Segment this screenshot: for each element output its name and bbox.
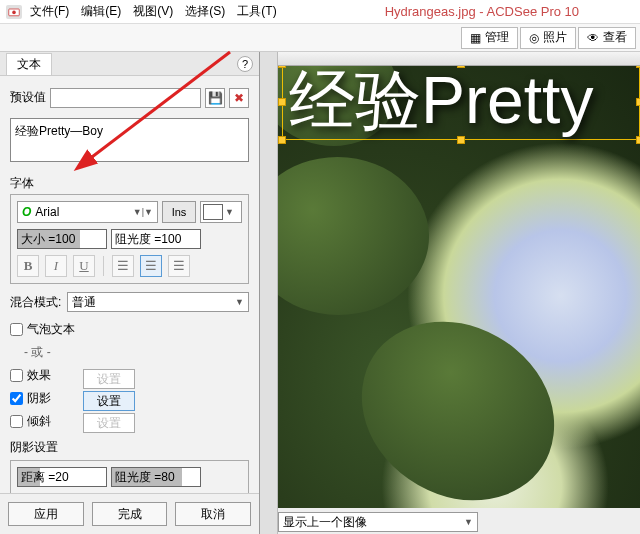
shadow-settings-button[interactable]: 设置 <box>83 391 135 411</box>
view-button[interactable]: 👁 查看 <box>578 27 636 49</box>
blend-mode-label: 混合模式: <box>10 294 61 311</box>
eye-icon: 👁 <box>587 31 599 45</box>
font-name-value: Arial <box>35 205 59 219</box>
svg-point-1 <box>12 10 16 14</box>
align-left-button[interactable]: ☰ <box>112 255 134 277</box>
resize-handle[interactable] <box>636 136 640 144</box>
canvas-tool-strip[interactable] <box>260 52 278 534</box>
resize-handle[interactable] <box>278 66 286 68</box>
preview-mode-dropdown[interactable]: 显示上一个图像 ▼ <box>278 512 478 532</box>
resize-handle[interactable] <box>636 66 640 68</box>
help-button[interactable]: ? <box>237 56 253 72</box>
effect-settings-button: 设置 <box>83 369 135 389</box>
chevron-down-icon: ▼ <box>235 297 244 307</box>
insert-button[interactable]: Ins <box>162 201 196 223</box>
shadow-fieldset: 距离 = 20 阻光度 = 80 模糊 = 12 <box>10 460 249 493</box>
preset-dropdown[interactable] <box>50 88 201 108</box>
photo-icon: ◎ <box>529 31 539 45</box>
shadow-section-label: 阴影设置 <box>10 439 249 456</box>
shadow-opacity-slider[interactable]: 阻光度 = 80 <box>111 467 201 487</box>
window-title: Hydrangeas.jpg - ACDSee Pro 10 <box>385 4 579 19</box>
font-preview-icon: O <box>22 205 31 219</box>
menu-tools[interactable]: 工具(T) <box>233 1 280 22</box>
resize-handle[interactable] <box>636 98 640 106</box>
title-bar: 文件(F) 编辑(E) 视图(V) 选择(S) 工具(T) Hydrangeas… <box>0 0 640 24</box>
horizontal-ruler <box>278 52 640 66</box>
overlay-text: 经验Pretty <box>289 67 633 133</box>
chevron-down-icon: ▼ <box>225 207 234 217</box>
chevron-down-icon: ▼|▼ <box>133 207 153 217</box>
mode-toolbar: ▦ 管理 ◎ 照片 👁 查看 <box>0 24 640 52</box>
or-label: - 或 - <box>10 344 75 361</box>
done-button[interactable]: 完成 <box>92 502 168 526</box>
menu-view[interactable]: 视图(V) <box>129 1 177 22</box>
cancel-button[interactable]: 取消 <box>175 502 251 526</box>
font-family-dropdown[interactable]: O Arial ▼|▼ <box>17 201 158 223</box>
app-logo <box>6 5 22 19</box>
resize-handle[interactable] <box>278 136 286 144</box>
save-preset-button[interactable]: 💾 <box>205 88 225 108</box>
view-label: 查看 <box>603 29 627 46</box>
italic-button[interactable]: I <box>45 255 67 277</box>
bold-button[interactable]: B <box>17 255 39 277</box>
color-swatch <box>203 204 223 220</box>
tab-text[interactable]: 文本 <box>6 53 52 75</box>
font-size-slider[interactable]: 大小 = 100 <box>17 229 107 249</box>
photos-button[interactable]: ◎ 照片 <box>520 27 576 49</box>
font-section-label: 字体 <box>10 175 249 192</box>
menu-select[interactable]: 选择(S) <box>181 1 229 22</box>
apply-button[interactable]: 应用 <box>8 502 84 526</box>
grid-icon: ▦ <box>470 31 481 45</box>
font-color-dropdown[interactable]: ▼ <box>200 201 242 223</box>
shadow-checkbox[interactable]: 阴影 <box>10 390 75 407</box>
blend-mode-dropdown[interactable]: 普通 ▼ <box>67 292 249 312</box>
effect-checkbox[interactable]: 效果 <box>10 367 75 384</box>
align-center-button[interactable]: ☰ <box>140 255 162 277</box>
menu-edit[interactable]: 编辑(E) <box>77 1 125 22</box>
manage-label: 管理 <box>485 29 509 46</box>
resize-handle[interactable] <box>457 136 465 144</box>
bevel-settings-button: 设置 <box>83 413 135 433</box>
text-content-input[interactable] <box>10 118 249 162</box>
photos-label: 照片 <box>543 29 567 46</box>
canvas-area: 经验Pretty 显示上一个图像 ▼ <box>260 52 640 534</box>
preset-label: 预设值 <box>10 89 46 106</box>
text-tool-panel: 文本 ? 预设值 💾 ✖ 字体 O Arial ▼|▼ <box>0 52 260 534</box>
font-opacity-slider[interactable]: 阻光度 = 100 <box>111 229 201 249</box>
resize-handle[interactable] <box>457 66 465 68</box>
font-fieldset: O Arial ▼|▼ Ins ▼ 大小 = 100 阻光度 = <box>10 194 249 284</box>
bevel-checkbox[interactable]: 倾斜 <box>10 413 75 430</box>
image-viewport[interactable]: 经验Pretty <box>278 66 640 508</box>
underline-button[interactable]: U <box>73 255 95 277</box>
shadow-distance-slider[interactable]: 距离 = 20 <box>17 467 107 487</box>
align-right-button[interactable]: ☰ <box>168 255 190 277</box>
text-overlay-selection[interactable]: 经验Pretty <box>282 66 640 140</box>
resize-handle[interactable] <box>278 98 286 106</box>
menu-file[interactable]: 文件(F) <box>26 1 73 22</box>
manage-button[interactable]: ▦ 管理 <box>461 27 518 49</box>
bubble-text-checkbox[interactable]: 气泡文本 <box>10 321 75 338</box>
delete-preset-button[interactable]: ✖ <box>229 88 249 108</box>
chevron-down-icon: ▼ <box>464 517 473 527</box>
